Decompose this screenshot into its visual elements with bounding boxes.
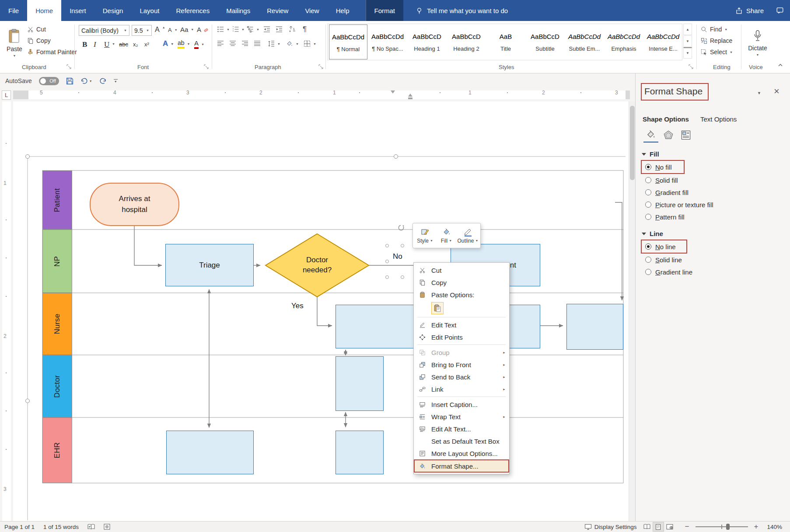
customize-qat-button[interactable]: ▼ [114,79,118,83]
paste-keep-formatting-button[interactable] [431,302,444,314]
mini-fill-button[interactable]: Fill▼ [436,225,457,247]
style-title[interactable]: AaBTitle [486,24,525,59]
share-button[interactable]: Share [729,0,770,21]
style-normal[interactable]: AaBbCcDd¶ Normal [329,24,367,59]
fill-line-category-icon[interactable] [643,128,658,143]
copy-button[interactable]: Copy [27,37,51,44]
tell-me-box[interactable]: Tell me what you want to do [416,0,508,21]
tab-insert[interactable]: Insert [61,0,94,21]
menu-group[interactable]: Group ► [414,346,509,358]
highlight-button[interactable]: ab▼ [178,39,190,49]
edge-label-no[interactable]: No [393,252,402,261]
tab-text-options[interactable]: Text Options [700,115,737,123]
shrink-font-button[interactable]: A▼ [168,27,178,33]
radio-solid-line[interactable]: Solid line [645,254,682,265]
borders-button[interactable]: ▼ [304,40,316,47]
shape-nurse-step-3[interactable] [566,304,623,350]
menu-insert-caption[interactable]: Insert Caption... [414,398,509,410]
menu-bring-to-front[interactable]: Bring to Front ► [414,358,509,371]
shape-arrives-at-hospital[interactable]: Arrives at hospital [90,183,179,226]
sort-button[interactable] [289,26,296,33]
effects-category-icon[interactable] [661,128,676,143]
menu-format-shape[interactable]: Format Shape... [414,459,509,473]
lane-patient[interactable]: Patient [42,170,72,229]
align-left-button[interactable] [217,40,224,47]
decrease-indent-button[interactable] [263,26,270,33]
format-painter-button[interactable]: Format Painter [27,49,77,56]
font-color-button[interactable]: A▼ [194,39,204,49]
tab-help[interactable]: Help [328,0,358,21]
menu-cut[interactable]: Cut [414,264,509,276]
style-intense-emphasis[interactable]: AaBbCcDdIntense E... [644,24,682,59]
select-button[interactable]: Select▼ [701,49,733,56]
subscript-button[interactable]: x₂ [133,41,138,48]
bold-button[interactable]: B [82,40,87,49]
menu-more-layout-options[interactable]: More Layout Options... [414,447,509,459]
numbering-button[interactable]: ▼ [232,26,245,33]
paragraph-dialog-launcher[interactable] [318,64,323,69]
document-canvas[interactable]: Patient NP Nurse Doctor EHR Arrives at h… [13,101,629,521]
radio-no-fill[interactable]: No fill [645,161,672,173]
menu-link[interactable]: Link ► [414,383,509,395]
print-layout-button[interactable] [653,522,664,532]
lane-ehr[interactable]: EHR [42,417,72,483]
shape-ehr-step-2[interactable] [336,431,384,474]
vertical-ruler[interactable]: 1 2 3 [0,101,13,521]
radio-picture-texture-fill[interactable]: Picture or texture fill [645,199,713,210]
radio-solid-fill[interactable]: Solid fill [645,174,678,186]
radio-no-line[interactable]: No line [645,241,676,252]
selection-handle[interactable] [25,154,30,159]
collapse-ribbon-button[interactable] [778,63,783,67]
menu-wrap-text[interactable]: Wrap Text ► [414,410,509,423]
shape-doctor-step[interactable] [336,356,384,411]
multilevel-list-button[interactable]: ▼ [247,26,259,33]
italic-button[interactable]: I [94,40,96,49]
strikethrough-button[interactable]: abc [119,41,128,48]
layout-properties-category-icon[interactable] [678,128,693,143]
underline-button[interactable]: U [104,40,109,49]
mini-outline-button[interactable]: Outline▼ [457,225,479,247]
tab-view[interactable]: View [297,0,327,21]
styles-scroll-down[interactable]: ▼ [683,35,692,47]
zoom-in-button[interactable]: + [752,522,763,532]
shape-triage[interactable]: Triage [165,244,254,286]
tab-format[interactable]: Format [366,0,404,21]
styles-dialog-launcher[interactable] [689,64,693,69]
paste-button[interactable]: Paste ▼ [3,24,25,62]
save-icon[interactable] [66,77,73,85]
first-line-indent-marker[interactable] [391,90,395,94]
shape-handle[interactable] [385,260,389,263]
undo-button[interactable]: ▼ [80,77,92,85]
close-icon[interactable]: × [774,86,780,97]
underline-dropdown[interactable]: ▼ [112,42,115,45]
superscript-button[interactable]: x² [144,41,149,48]
edge-label-yes[interactable]: Yes [291,302,304,310]
word-count[interactable]: 1 of 15 words [39,522,83,532]
tab-shape-options[interactable]: Shape Options [643,115,689,123]
align-right-button[interactable] [241,40,248,47]
tab-review[interactable]: Review [259,0,297,21]
comments-icon[interactable] [770,0,790,21]
justify-button[interactable] [254,40,261,47]
tab-layout[interactable]: Layout [131,0,168,21]
line-section-header[interactable]: Line [642,230,663,237]
zoom-slider-thumb[interactable] [726,524,730,530]
lane-np[interactable]: NP [42,229,72,293]
style-heading1[interactable]: AaBbCcDHeading 1 [408,24,446,59]
show-paragraph-marks-button[interactable]: ¶ [303,25,307,34]
style-subtle-emphasis[interactable]: AaBbCcDdSubtle Em... [565,24,604,59]
style-no-spacing[interactable]: AaBbCcDd¶ No Spac... [368,24,407,59]
zoom-slider[interactable] [696,526,748,527]
radio-gradient-fill[interactable]: Gradient fill [645,187,689,198]
autosave-toggle[interactable]: Off [39,77,59,85]
replace-button[interactable]: Replace [701,37,732,44]
lane-doctor[interactable]: Doctor [42,355,72,417]
lane-nurse[interactable]: Nurse [42,293,72,355]
styles-more-button[interactable]: ▼ [683,47,692,59]
read-mode-button[interactable] [641,522,653,532]
font-size-select[interactable]: 9.5▼ [132,25,152,36]
menu-edit-points[interactable]: Edit Points [414,331,509,343]
grow-font-button[interactable]: A▲ [155,26,165,34]
shape-ehr-step-1[interactable] [166,431,254,474]
align-center-button[interactable] [229,40,236,47]
